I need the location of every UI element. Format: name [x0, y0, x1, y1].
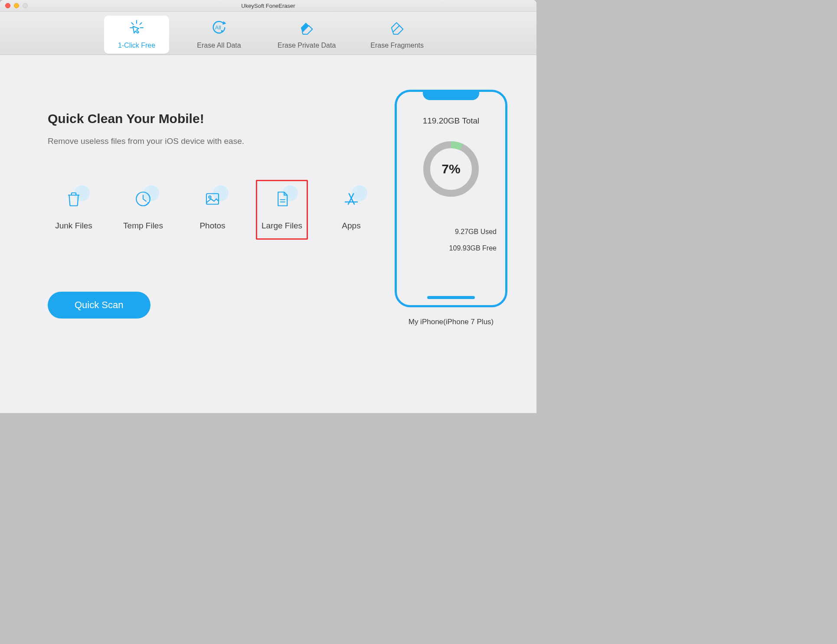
tab-label: Erase Fragments	[370, 42, 424, 49]
phone-notch	[423, 90, 479, 100]
tab-erase-private-data[interactable]: Erase Private Data	[269, 16, 344, 54]
close-window-button[interactable]	[5, 3, 10, 8]
storage-used: 9.27GB Used	[397, 224, 497, 240]
storage-details: 9.27GB Used 109.93GB Free	[397, 224, 505, 257]
eraser-outline-icon	[388, 19, 406, 38]
category-junk-files[interactable]: Junk Files	[48, 180, 100, 240]
svg-point-11	[209, 196, 211, 198]
storage-free: 109.93GB Free	[397, 240, 497, 257]
window-controls	[0, 3, 28, 8]
trash-icon	[65, 190, 83, 210]
titlebar: UkeySoft FoneEraser	[0, 0, 536, 12]
category-label: Apps	[342, 221, 360, 231]
tab-label: Erase All Data	[197, 42, 241, 49]
cursor-click-icon	[128, 19, 146, 38]
main-content: Quick Clean Your Mobile! Remove useless …	[0, 55, 536, 413]
app-window: UkeySoft FoneEraser 1-Click Free	[0, 0, 536, 413]
image-icon	[203, 190, 222, 210]
window-title: UkeySoft FoneEraser	[0, 3, 536, 9]
category-row: Junk Files Temp Files	[48, 180, 377, 240]
maximize-window-button	[23, 3, 28, 8]
svg-point-7	[221, 30, 223, 32]
category-photos[interactable]: Photos	[186, 180, 239, 240]
category-apps[interactable]: Apps	[325, 180, 377, 240]
phone-home-indicator	[427, 296, 475, 299]
category-label: Temp Files	[123, 221, 163, 231]
storage-donut-chart: 7%	[421, 139, 481, 199]
tab-label: 1-Click Free	[118, 42, 155, 49]
category-label: Junk Files	[55, 221, 92, 231]
top-tabs: 1-Click Free All Erase All Data Erase	[0, 12, 536, 55]
category-temp-files[interactable]: Temp Files	[117, 180, 169, 240]
storage-total: 119.20GB Total	[423, 116, 480, 126]
category-large-files[interactable]: Large Files	[256, 180, 308, 240]
svg-line-15	[349, 194, 354, 205]
quick-scan-button[interactable]: Quick Scan	[48, 292, 150, 319]
page-title: Quick Clean Your Mobile!	[48, 111, 377, 126]
page-subtitle: Remove useless files from your iOS devic…	[48, 137, 377, 146]
device-name: My iPhone(iPhone 7 Plus)	[409, 318, 494, 326]
storage-percent: 7%	[421, 139, 481, 199]
tab-erase-fragments[interactable]: Erase Fragments	[362, 16, 432, 54]
svg-line-1	[131, 23, 133, 24]
category-label: Photos	[199, 221, 225, 231]
app-store-icon	[342, 190, 360, 210]
minimize-window-button[interactable]	[14, 3, 19, 8]
tab-1-click-free[interactable]: 1-Click Free	[104, 16, 169, 54]
svg-text:All: All	[215, 25, 221, 31]
document-icon	[273, 190, 291, 210]
eraser-filled-icon	[298, 19, 316, 38]
left-panel: Quick Clean Your Mobile! Remove useless …	[48, 90, 377, 396]
svg-line-2	[140, 23, 142, 24]
clock-icon	[134, 190, 152, 210]
device-panel: 119.20GB Total 7% 9.27GB Used 109.93GB F…	[395, 90, 507, 396]
category-label: Large Files	[262, 221, 302, 231]
tab-label: Erase Private Data	[278, 42, 336, 49]
svg-marker-5	[222, 21, 226, 25]
tab-erase-all-data[interactable]: All Erase All Data	[186, 16, 252, 54]
refresh-all-icon: All	[210, 19, 228, 38]
phone-frame: 119.20GB Total 7% 9.27GB Used 109.93GB F…	[395, 90, 507, 307]
svg-line-14	[348, 194, 353, 205]
